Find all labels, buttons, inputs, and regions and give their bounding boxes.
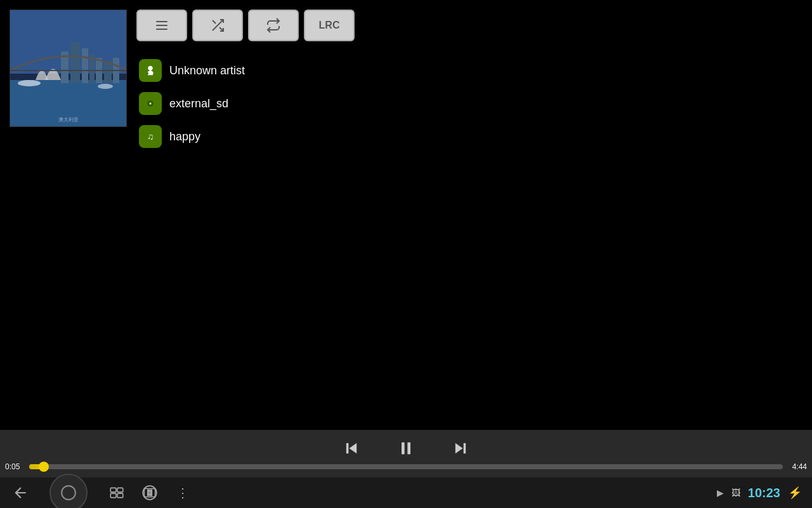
svg-rect-30: [464, 443, 466, 453]
artist-icon: [139, 59, 162, 82]
svg-marker-25: [350, 443, 357, 453]
player-bar: 0:05 4:44: [0, 430, 812, 478]
time-total: 4:44: [788, 462, 807, 471]
toolbar: LRC: [136, 10, 802, 41]
svg-rect-26: [346, 443, 349, 453]
sys-play-icon: ▶: [717, 488, 724, 498]
folder-icon: [139, 92, 162, 115]
album-art: 澳大利亚: [10, 10, 127, 127]
music-icon: ♫: [139, 125, 162, 148]
list-item-folder[interactable]: external_sd: [136, 87, 802, 120]
artist-label: Unknown artist: [169, 64, 245, 77]
svg-point-18: [147, 72, 149, 75]
time-row: 0:05 4:44: [0, 462, 812, 471]
svg-rect-16: [156, 29, 167, 30]
svg-rect-32: [110, 488, 116, 492]
svg-point-22: [150, 103, 152, 105]
home-button[interactable]: [49, 474, 88, 508]
progress-fill: [29, 464, 44, 469]
time-current: 0:05: [5, 462, 24, 471]
progress-thumb: [39, 462, 49, 472]
svg-rect-28: [407, 442, 410, 454]
svg-text:澳大利亚: 澳大利亚: [58, 117, 79, 123]
pause-button[interactable]: [395, 437, 417, 460]
folder-label: external_sd: [169, 97, 228, 110]
svg-rect-15: [156, 25, 167, 26]
lrc-label: LRC: [319, 20, 340, 31]
svg-point-12: [98, 84, 113, 89]
list-item-artist[interactable]: Unknown artist: [136, 54, 802, 87]
recents-button[interactable]: [107, 483, 127, 503]
system-right: ▶ 🖼 10:23 ⚡: [717, 486, 802, 500]
main-content: 澳大利亚: [0, 0, 812, 416]
svg-rect-34: [110, 493, 116, 498]
nav-buttons: ⋮: [10, 474, 193, 508]
svg-rect-27: [402, 442, 405, 454]
svg-point-11: [18, 80, 41, 86]
list-items: Unknown artist external_sd: [136, 54, 802, 153]
svg-rect-36: [144, 489, 155, 497]
list-item-song[interactable]: ♫ happy: [136, 120, 802, 153]
svg-rect-33: [117, 488, 123, 492]
svg-point-31: [62, 486, 75, 500]
next-button[interactable]: [449, 437, 472, 460]
sys-battery-icon: ⚡: [788, 486, 802, 500]
shuffle-button[interactable]: [192, 10, 243, 41]
progress-bar[interactable]: [29, 464, 783, 469]
prev-button[interactable]: [340, 437, 363, 460]
svg-rect-4: [70, 42, 80, 83]
menu-button[interactable]: ⋮: [173, 483, 193, 503]
song-label: happy: [169, 130, 200, 144]
svg-rect-5: [82, 48, 88, 83]
system-bar: ⋮ ▶ 🖼 10:23 ⚡: [0, 478, 812, 508]
repeat-button[interactable]: [248, 10, 299, 41]
back-button[interactable]: [10, 483, 30, 503]
player-controls: [0, 437, 812, 460]
list-button[interactable]: [136, 10, 187, 41]
svg-rect-14: [156, 21, 167, 22]
svg-point-37: [148, 491, 152, 495]
screenshot-button[interactable]: [140, 483, 160, 503]
svg-text:♫: ♫: [147, 132, 154, 142]
sys-image-icon: 🖼: [731, 488, 740, 498]
svg-point-17: [148, 66, 152, 70]
sys-time: 10:23: [748, 486, 780, 500]
lrc-button[interactable]: LRC: [304, 10, 355, 41]
svg-marker-29: [455, 443, 463, 453]
right-panel: LRC Unknown artist: [136, 10, 802, 406]
svg-rect-35: [117, 493, 123, 498]
